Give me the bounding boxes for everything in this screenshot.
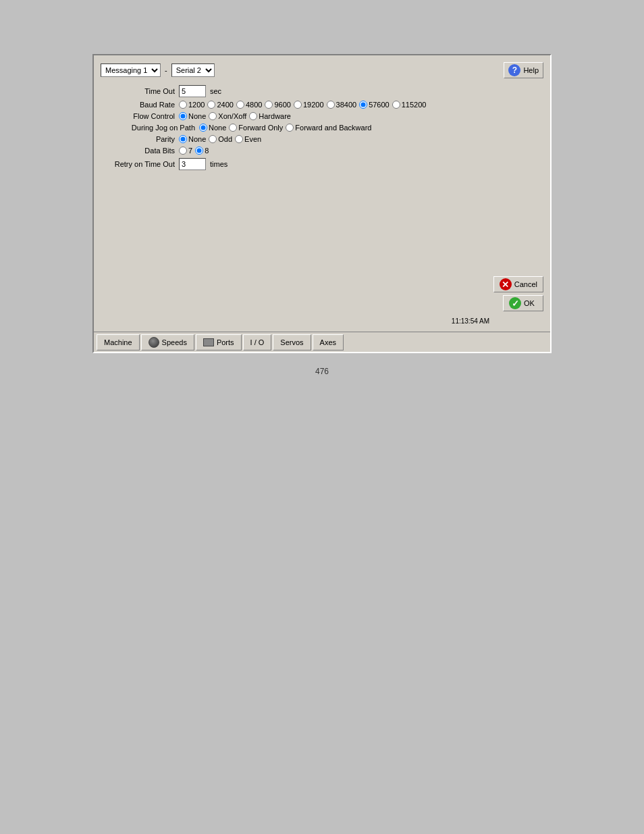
tab-ports[interactable]: Ports xyxy=(196,334,242,350)
top-left-controls: Messaging 1 - Serial 2 xyxy=(101,63,215,77)
databits-radio-8[interactable] xyxy=(195,147,203,155)
jog-radio-none[interactable] xyxy=(199,124,207,132)
baud-4800[interactable]: 4800 xyxy=(236,101,262,109)
bottom-buttons: ✕ Cancel ✓ OK xyxy=(493,276,543,311)
baud-rate-row: Baud Rate 1200 2400 4800 9600 19200 xyxy=(107,101,537,109)
parity-even[interactable]: Even xyxy=(235,135,261,143)
flow-hardware[interactable]: Hardware xyxy=(249,112,291,120)
flow-none[interactable]: None xyxy=(179,112,206,120)
cancel-icon: ✕ xyxy=(500,278,512,290)
flow-radio-hardware[interactable] xyxy=(249,112,257,120)
parity-radio-odd[interactable] xyxy=(209,135,217,143)
jog-forward-only[interactable]: Forward Only xyxy=(229,124,283,132)
databits-label: Data Bits xyxy=(107,147,175,155)
parity-row: Parity None Odd Even xyxy=(107,135,537,143)
help-button[interactable]: ? Help xyxy=(504,62,543,78)
baud-radio-9600[interactable] xyxy=(265,101,273,109)
flow-radio-none[interactable] xyxy=(179,112,187,120)
tab-machine[interactable]: Machine xyxy=(97,334,140,350)
baud-38400[interactable]: 38400 xyxy=(327,101,357,109)
jog-forward-backward[interactable]: Forward and Backward xyxy=(286,124,371,132)
parity-odd[interactable]: Odd xyxy=(209,135,232,143)
tab-axes-label: Axes xyxy=(320,338,336,346)
baud-radio-19200[interactable] xyxy=(294,101,302,109)
flow-control-group: None Xon/Xoff Hardware xyxy=(179,112,291,120)
jog-label: During Jog on Path xyxy=(107,124,195,132)
baud-19200[interactable]: 19200 xyxy=(294,101,324,109)
baud-radio-2400[interactable] xyxy=(207,101,215,109)
form-area: Time Out sec Baud Rate 1200 2400 4800 96… xyxy=(101,82,543,176)
help-label: Help xyxy=(523,66,539,74)
top-bar: Messaging 1 - Serial 2 ? Help xyxy=(101,62,543,78)
retry-label: Retry on Time Out xyxy=(107,160,175,168)
timeout-unit: sec xyxy=(210,87,221,95)
retry-unit: times xyxy=(210,160,227,168)
flow-control-label: Flow Control xyxy=(107,112,175,120)
baud-2400[interactable]: 2400 xyxy=(207,101,233,109)
ok-icon: ✓ xyxy=(509,297,521,309)
timeout-input[interactable] xyxy=(179,85,206,97)
bottom-tab-bar: Machine Speeds Ports I / O Servos Axes xyxy=(94,332,550,352)
parity-group: None Odd Even xyxy=(179,135,261,143)
ok-button[interactable]: ✓ OK xyxy=(503,295,543,311)
databits-group: 7 8 xyxy=(179,147,209,155)
retry-row: Retry on Time Out times xyxy=(107,158,537,170)
tab-ports-label: Ports xyxy=(217,338,234,346)
jog-radio-forwardback[interactable] xyxy=(286,124,294,132)
tab-axes[interactable]: Axes xyxy=(313,334,344,350)
cancel-label: Cancel xyxy=(514,280,537,288)
baud-rate-group: 1200 2400 4800 9600 19200 38400 xyxy=(179,101,426,109)
speeds-icon xyxy=(149,337,159,348)
tab-machine-label: Machine xyxy=(104,338,132,346)
messaging-dropdown[interactable]: Messaging 1 xyxy=(101,63,161,77)
parity-radio-even[interactable] xyxy=(235,135,243,143)
baud-radio-57600[interactable] xyxy=(359,101,367,109)
timeout-label: Time Out xyxy=(107,87,175,95)
baud-115200[interactable]: 115200 xyxy=(392,101,427,109)
jog-none[interactable]: None xyxy=(199,124,226,132)
databits-8[interactable]: 8 xyxy=(195,147,209,155)
tab-io-label: I / O xyxy=(250,338,265,346)
baud-1200[interactable]: 1200 xyxy=(179,101,205,109)
jog-row: During Jog on Path None Forward Only For… xyxy=(107,124,537,132)
jog-radio-forward[interactable] xyxy=(229,124,237,132)
parity-none[interactable]: None xyxy=(179,135,206,143)
parity-label: Parity xyxy=(107,135,175,143)
tab-speeds-label: Speeds xyxy=(162,338,187,346)
flow-xon[interactable]: Xon/Xoff xyxy=(209,112,246,120)
baud-radio-4800[interactable] xyxy=(236,101,244,109)
main-panel: Messaging 1 - Serial 2 ? Help Time Out s… xyxy=(92,54,552,353)
databits-row: Data Bits 7 8 xyxy=(107,147,537,155)
baud-9600[interactable]: 9600 xyxy=(265,101,290,109)
baud-rate-label: Baud Rate xyxy=(107,101,175,109)
tab-speeds[interactable]: Speeds xyxy=(141,334,194,350)
baud-radio-115200[interactable] xyxy=(392,101,400,109)
databits-radio-7[interactable] xyxy=(179,147,187,155)
timeout-row: Time Out sec xyxy=(107,85,537,97)
cancel-button[interactable]: ✕ Cancel xyxy=(493,276,543,292)
ok-label: OK xyxy=(524,299,535,307)
flow-control-row: Flow Control None Xon/Xoff Hardware xyxy=(107,112,537,120)
retry-input[interactable] xyxy=(179,158,206,170)
separator: - xyxy=(165,66,167,74)
flow-radio-xon[interactable] xyxy=(209,112,217,120)
baud-57600[interactable]: 57600 xyxy=(359,101,390,109)
ports-icon xyxy=(203,338,214,346)
parity-radio-none[interactable] xyxy=(179,135,187,143)
help-icon: ? xyxy=(508,64,520,76)
timestamp: 11:13:54 AM xyxy=(452,317,489,325)
page-number: 476 xyxy=(315,367,329,376)
baud-radio-1200[interactable] xyxy=(179,101,187,109)
tab-servos-label: Servos xyxy=(280,338,303,346)
databits-7[interactable]: 7 xyxy=(179,147,192,155)
tab-io[interactable]: I / O xyxy=(243,334,272,350)
jog-group: None Forward Only Forward and Backward xyxy=(199,124,371,132)
tab-servos[interactable]: Servos xyxy=(273,334,311,350)
serial-dropdown[interactable]: Serial 2 xyxy=(171,63,215,77)
baud-radio-38400[interactable] xyxy=(327,101,335,109)
